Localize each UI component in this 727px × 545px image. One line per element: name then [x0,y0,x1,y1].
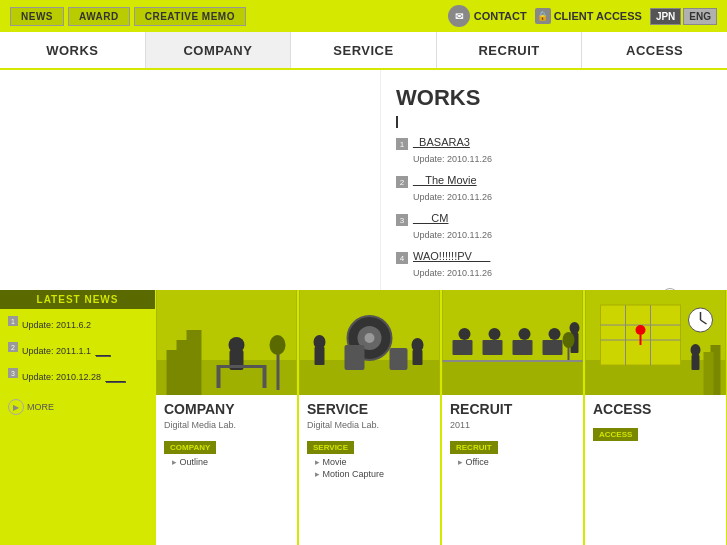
news-header: LATEST NEWS [0,290,155,309]
card-service-subtitle: Digital Media Lab. [307,420,432,430]
card-body-recruit: RECRUIT 2011 RECRUIT Office [442,395,583,474]
works-date-4: Update: 2010.11.26 [413,268,492,278]
news-item-2: 2 Update: 2011.1.1 ___ [8,340,147,358]
svg-rect-4 [187,330,202,395]
card-access: ACCESS ACCESS [585,290,726,545]
news-link-2[interactable]: ___ [96,346,111,357]
card-company-title: COMPANY [164,401,289,417]
svg-rect-10 [277,350,280,390]
works-num-4: 4 [396,252,408,264]
news-items: 1 Update: 2011.6.2 2 Update: 2011.1.1 __… [0,309,155,397]
works-link-4[interactable]: WAO!!!!!!PV___ [413,250,492,262]
svg-rect-7 [217,365,267,368]
contact-icon: ✉ [448,5,470,27]
svg-rect-13 [300,360,440,395]
cards-area: COMPANY Digital Media Lab. COMPANY Outli… [155,290,727,545]
card-service-link-2[interactable]: Motion Capture [307,468,432,480]
news-num-2: 2 [8,342,18,352]
works-date-2: Update: 2010.11.26 [413,192,492,202]
card-company-subtitle: Digital Media Lab. [164,420,289,430]
svg-rect-51 [692,355,700,370]
client-access-button[interactable]: 🔒 CLIENT ACCESS [535,8,642,24]
svg-rect-26 [483,340,503,355]
works-num-2: 2 [396,176,408,188]
svg-rect-24 [443,360,583,395]
works-list: 1 _BASARA3 Update: 2010.11.26 2 __The Mo… [396,136,712,280]
svg-rect-28 [543,340,563,355]
card-body-company: COMPANY Digital Media Lab. COMPANY Outli… [156,395,297,474]
svg-point-11 [270,335,286,355]
contact-button[interactable]: ✉ CONTACT [448,5,527,27]
nav-news-btn[interactable]: NEWS [10,7,64,26]
works-info-3: ___CM Update: 2010.11.26 [413,212,492,242]
news-date-3: Update: 2010.12.28 [22,372,101,382]
card-image-recruit [442,290,583,395]
card-image-access [585,290,726,395]
top-bar: NEWS AWARD CREATIVE MEMO ✉ CONTACT 🔒 CLI… [0,0,727,32]
top-nav-left: NEWS AWARD CREATIVE MEMO [10,7,246,26]
svg-point-37 [563,332,575,348]
news-item-3: 3 Update: 2010.12.28 ____ [8,366,147,384]
client-access-label: CLIENT ACCESS [554,10,642,22]
hero-panel [0,70,380,290]
svg-point-16 [365,333,375,343]
svg-point-29 [459,328,471,340]
card-company: COMPANY Digital Media Lab. COMPANY Outli… [156,290,297,545]
works-info-2: __The Movie Update: 2010.11.26 [413,174,492,204]
news-info-3: Update: 2010.12.28 ____ [22,366,126,384]
news-item-1: 1 Update: 2011.6.2 [8,314,147,332]
card-service-link-1[interactable]: Movie [307,456,432,468]
works-item: 4 WAO!!!!!!PV___ Update: 2010.11.26 [396,250,712,280]
nav-award-btn[interactable]: AWARD [68,7,130,26]
card-body-access: ACCESS ACCESS [585,395,726,449]
works-num-3: 3 [396,214,408,226]
news-more-circle-icon: ▶ [8,399,24,415]
svg-point-45 [636,325,646,335]
card-company-link-1[interactable]: Outline [164,456,289,468]
svg-rect-35 [443,360,583,362]
works-date-1: Update: 2010.11.26 [413,154,492,164]
news-date-2: Update: 2011.1.1 [22,346,91,356]
nav-service[interactable]: SERVICE [291,32,437,68]
svg-rect-18 [315,347,325,365]
svg-rect-21 [345,345,365,370]
card-service-tag[interactable]: SERVICE [307,441,354,454]
news-link-3[interactable]: ____ [106,372,126,383]
svg-rect-53 [704,352,714,395]
card-image-company [156,290,297,395]
nav-access[interactable]: ACCESS [582,32,727,68]
news-more-label: MORE [27,402,54,412]
news-more-link[interactable]: ▶ MORE [0,397,155,417]
news-num-3: 3 [8,368,18,378]
card-recruit-tag[interactable]: RECRUIT [450,441,498,454]
card-recruit-subtitle: 2011 [450,420,575,430]
svg-rect-27 [513,340,533,355]
svg-point-32 [549,328,561,340]
works-link-2[interactable]: __The Movie [413,174,492,186]
card-recruit-link-1[interactable]: Office [450,456,575,468]
works-link-3[interactable]: ___CM [413,212,492,224]
svg-point-50 [691,344,701,356]
works-sidebar: WORKS 1 _BASARA3 Update: 2010.11.26 2 __… [380,70,727,290]
svg-point-19 [412,338,424,352]
svg-rect-20 [413,350,423,365]
lock-icon: 🔒 [535,8,551,24]
nav-recruit[interactable]: RECRUIT [437,32,583,68]
svg-point-17 [314,335,326,349]
lang-switcher: JPN ENG [650,8,717,25]
works-link-1[interactable]: _BASARA3 [413,136,492,148]
lang-jpn-btn[interactable]: JPN [650,8,681,25]
lang-eng-btn[interactable]: ENG [683,8,717,25]
svg-rect-8 [217,368,221,388]
card-access-title: ACCESS [593,401,718,417]
card-service: SERVICE Digital Media Lab. SERVICE Movie… [299,290,440,545]
news-info-2: Update: 2011.1.1 ___ [22,340,111,358]
card-company-tag[interactable]: COMPANY [164,441,216,454]
nav-creative-memo-btn[interactable]: CREATIVE MEMO [134,7,246,26]
nav-works[interactable]: WORKS [0,32,146,68]
news-date-1: Update: 2011.6.2 [22,320,91,330]
card-image-service [299,290,440,395]
works-item: 2 __The Movie Update: 2010.11.26 [396,174,712,204]
nav-company[interactable]: COMPANY [146,32,292,68]
card-access-tag[interactable]: ACCESS [593,428,638,441]
